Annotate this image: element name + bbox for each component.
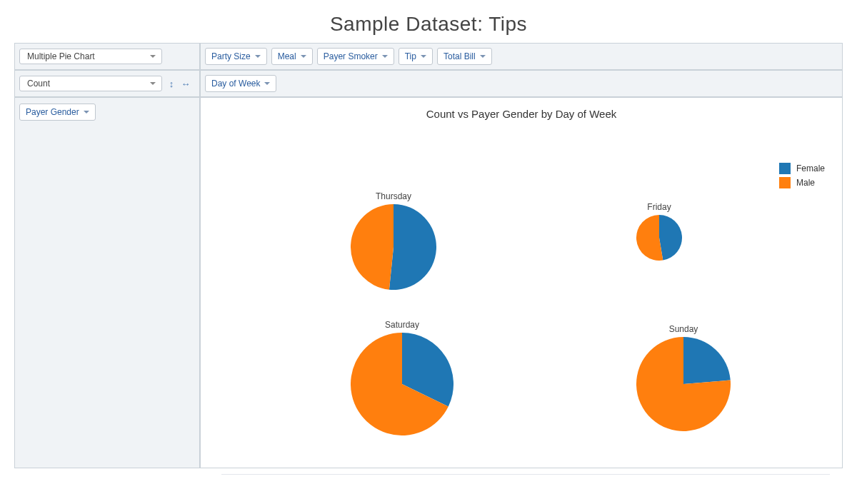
attr-chip-label: Meal bbox=[278, 51, 296, 61]
attr-chip-label: Party Size bbox=[211, 51, 251, 61]
legend-swatch-male bbox=[779, 177, 791, 188]
attr-chip-label: Payer Gender bbox=[26, 107, 79, 117]
attr-chip-party-size[interactable]: Party Size bbox=[205, 48, 267, 65]
unused-attrs-zone[interactable]: Party SizeMealPayer SmokerTipTotal Bill bbox=[200, 43, 843, 70]
caret-down-icon bbox=[382, 55, 388, 58]
pie-saturday[interactable]: Saturday bbox=[351, 320, 453, 435]
caret-down-icon bbox=[150, 55, 156, 58]
caret-down-icon bbox=[264, 82, 270, 85]
column-attrs-zone[interactable]: Day of Week bbox=[200, 70, 843, 97]
pie-label: Saturday bbox=[351, 320, 453, 330]
chart-legend: Female Male bbox=[779, 163, 825, 191]
caret-down-icon bbox=[421, 55, 426, 58]
pie-label: Thursday bbox=[351, 191, 436, 201]
legend-item-male[interactable]: Male bbox=[779, 177, 825, 188]
caret-down-icon bbox=[84, 111, 89, 114]
caret-down-icon bbox=[255, 55, 261, 58]
pie-label: Sunday bbox=[636, 324, 731, 334]
legend-label: Female bbox=[796, 163, 825, 173]
renderer-select-value: Multiple Pie Chart bbox=[27, 51, 95, 61]
attr-chip-tip[interactable]: Tip bbox=[399, 48, 433, 65]
chart-render-area: Count vs Payer Gender by Day of Week Fem… bbox=[200, 97, 843, 468]
legend-swatch-female bbox=[779, 163, 791, 174]
renderer-cell: Multiple Pie Chart bbox=[14, 43, 200, 70]
footer-divider bbox=[221, 474, 830, 475]
aggregator-cell: Count ↕ ↔ bbox=[14, 70, 200, 97]
pie-friday[interactable]: Friday bbox=[636, 202, 682, 261]
attr-chip-payer-gender[interactable]: Payer Gender bbox=[19, 104, 96, 121]
pie-grid: Female Male ThursdayFridaySaturdaySunday bbox=[201, 120, 842, 448]
pie-thursday[interactable]: Thursday bbox=[351, 191, 436, 290]
renderer-select[interactable]: Multiple Pie Chart bbox=[19, 49, 162, 64]
attr-chip-day-of-week[interactable]: Day of Week bbox=[205, 75, 276, 92]
caret-down-icon bbox=[480, 55, 486, 58]
caret-down-icon bbox=[301, 55, 306, 58]
attr-chip-label: Payer Smoker bbox=[324, 51, 378, 61]
pie-sunday[interactable]: Sunday bbox=[636, 324, 731, 431]
attr-chip-label: Tip bbox=[405, 51, 416, 61]
legend-label: Male bbox=[796, 178, 815, 188]
attr-chip-label: Day of Week bbox=[211, 79, 260, 89]
chart-title: Count vs Payer Gender by Day of Week bbox=[201, 108, 842, 120]
attr-chip-total-bill[interactable]: Total Bill bbox=[437, 48, 492, 65]
page-title: Sample Dataset: Tips bbox=[0, 0, 857, 43]
sort-vertical-icon[interactable]: ↕ bbox=[166, 79, 176, 89]
attr-chip-meal[interactable]: Meal bbox=[271, 48, 313, 65]
pivot-table-ui: Multiple Pie Chart Party SizeMealPayer S… bbox=[14, 43, 843, 468]
attr-chip-label: Total Bill bbox=[443, 51, 476, 61]
caret-down-icon bbox=[150, 82, 156, 85]
sort-horizontal-icon[interactable]: ↔ bbox=[181, 79, 191, 89]
aggregator-select[interactable]: Count bbox=[19, 76, 162, 91]
legend-item-female[interactable]: Female bbox=[779, 163, 825, 174]
attr-chip-payer-smoker[interactable]: Payer Smoker bbox=[317, 48, 394, 65]
aggregator-select-value: Count bbox=[27, 79, 50, 89]
pie-label: Friday bbox=[636, 202, 682, 212]
row-attrs-zone[interactable]: Payer Gender bbox=[14, 97, 200, 468]
